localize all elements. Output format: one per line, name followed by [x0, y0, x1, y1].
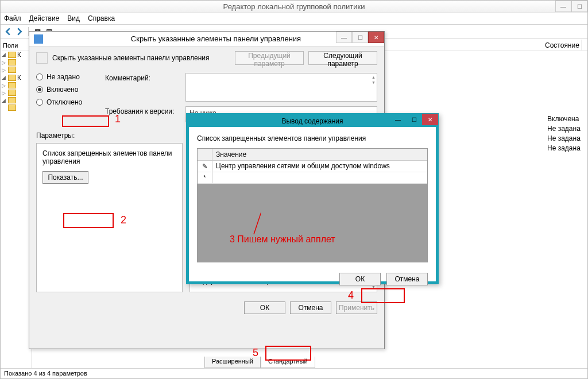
state-cell: Не задана [547, 144, 587, 153]
policy-heading: Скрыть указанные элементы панели управле… [52, 54, 230, 62]
cancel-button[interactable]: Отмена [386, 273, 428, 285]
close-button[interactable]: ✕ [368, 32, 384, 43]
content-dialog: Вывод содержания — ☐ ✕ Список запрещенны… [186, 113, 439, 284]
nav-forward-icon[interactable] [14, 26, 25, 37]
policy-item-icon [36, 52, 48, 64]
folder-icon [8, 67, 16, 73]
column-state[interactable]: Состояние [541, 40, 582, 51]
ok-button[interactable]: ОК [339, 273, 381, 285]
column-value[interactable]: Значение [212, 149, 427, 160]
minimize-button[interactable]: — [336, 32, 352, 43]
state-cell: Не задана [547, 124, 587, 134]
requirements-label: Требования к версии: [105, 106, 180, 115]
cancel-button[interactable]: Отмена [290, 301, 331, 314]
grid-row[interactable]: * [198, 172, 427, 184]
content-title: Вывод содержания [281, 117, 343, 125]
minimize-button[interactable]: — [555, 1, 571, 12]
folder-icon [8, 75, 16, 81]
show-button[interactable]: Показать... [42, 171, 88, 184]
folder-icon [8, 90, 16, 96]
main-menu: Файл Действие Вид Справка [1, 13, 587, 25]
apply-button[interactable]: Применить [336, 301, 377, 314]
tab-standard[interactable]: Стандартный [261, 357, 315, 368]
maximize-button[interactable]: ☐ [406, 114, 422, 125]
parameters-box: Список запрещенных элементов панели упра… [36, 143, 183, 292]
folder-icon [8, 59, 16, 65]
maximize-button[interactable]: ☐ [352, 32, 368, 43]
grid-row[interactable]: ✎ Центр управления сетями и общим доступ… [198, 161, 427, 172]
content-grid[interactable]: Значение ✎ Центр управления сетями и общ… [197, 148, 428, 262]
ok-button[interactable]: ОК [244, 301, 285, 314]
folder-icon [8, 52, 16, 58]
state-cell: Не задана [547, 134, 587, 144]
folder-icon [8, 97, 16, 103]
menu-help[interactable]: Справка [88, 14, 115, 23]
tree-pane[interactable]: Поли ◢К ▷ ▷ ◢К ▷ ▷ ◢ [1, 40, 32, 368]
next-setting-button[interactable]: Следующий параметр [308, 51, 377, 65]
value-cell-empty[interactable] [212, 172, 427, 183]
folder-icon [8, 105, 16, 111]
policy-icon [34, 34, 43, 44]
param-text: Список запрещенных элементов панели упра… [42, 149, 176, 165]
content-titlebar: Вывод содержания — ☐ ✕ [188, 115, 436, 127]
radio-disabled[interactable] [36, 99, 43, 106]
prev-setting-button[interactable]: Предыдущий параметр [235, 51, 304, 65]
main-titlebar: Редактор локальной групповой политики — … [1, 1, 587, 13]
nav-back-icon[interactable] [3, 26, 13, 37]
folder-icon [8, 82, 16, 88]
status-bar: Показано 4 из 4 параметров [1, 368, 587, 378]
tab-extended[interactable]: Расширенный [204, 357, 261, 368]
grid-empty-area [198, 184, 427, 262]
menu-action[interactable]: Действие [29, 14, 60, 23]
close-button[interactable]: ✕ [422, 114, 438, 125]
radio-notset[interactable] [36, 74, 43, 80]
main-title: Редактор локальной групповой политики [223, 2, 365, 11]
comment-label: Комментарий: [105, 73, 180, 82]
menu-view[interactable]: Вид [67, 14, 80, 23]
value-cell[interactable]: Центр управления сетями и общим доступом… [212, 161, 427, 172]
tree-title: Поли [2, 41, 30, 51]
minimize-button[interactable]: — [390, 114, 406, 125]
menu-file[interactable]: Файл [4, 14, 21, 23]
radio-enabled[interactable] [36, 86, 43, 93]
row-marker: ✎ [198, 161, 212, 172]
content-label: Список запрещенных элементов панели упра… [197, 134, 428, 142]
policy-titlebar: Скрыть указанные элементы панели управле… [29, 32, 384, 47]
grid-corner [198, 149, 212, 160]
policy-title: Скрыть указанные элементы панели управле… [48, 34, 384, 43]
maximize-button[interactable]: ☐ [571, 1, 587, 12]
row-marker: * [198, 172, 212, 183]
state-cell: Включена [547, 114, 587, 124]
comment-input[interactable] [185, 73, 377, 102]
